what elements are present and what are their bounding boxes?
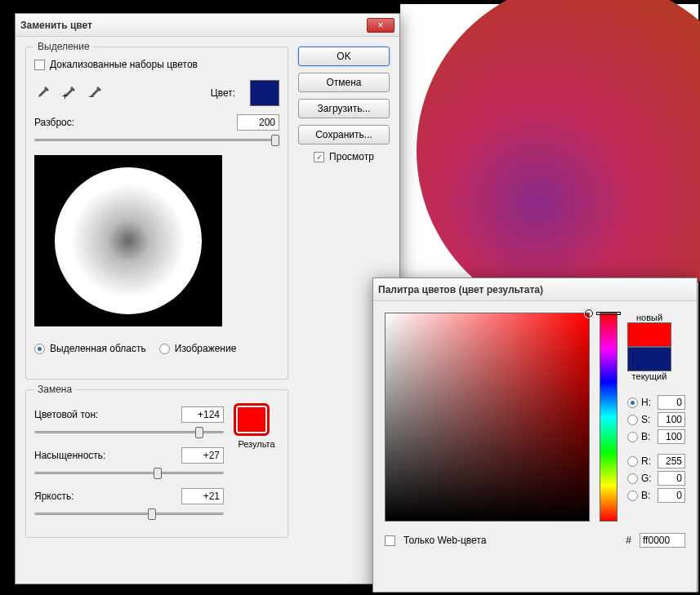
selection-group-title: Выделение (34, 41, 93, 52)
preview-checkbox[interactable] (314, 152, 324, 162)
sv-field[interactable] (385, 313, 590, 522)
localized-sets-row[interactable]: Докализованные наборы цветов (34, 59, 279, 70)
radio-selection[interactable] (34, 344, 45, 354)
color-picker-dialog: Палитра цветов (цвет результата) новый т… (372, 278, 698, 593)
h-label: H: (641, 397, 654, 408)
save-label: Сохранить... (315, 129, 372, 140)
r-input[interactable] (658, 454, 685, 468)
selection-preview (34, 155, 222, 326)
g-input[interactable] (658, 471, 685, 486)
radio-g[interactable] (627, 473, 638, 484)
radio-image-label: Изображение (175, 343, 237, 354)
lightness-label: Яркость: (34, 491, 74, 502)
hue-input[interactable] (181, 406, 224, 423)
saturation-slider[interactable] (34, 467, 224, 480)
picker-title: Палитра цветов (цвет результата) (378, 284, 692, 295)
current-color-box[interactable] (627, 347, 671, 371)
fuzziness-thumb[interactable] (271, 135, 279, 146)
localized-sets-checkbox[interactable] (34, 60, 45, 70)
preview-row[interactable]: Просмотр (298, 151, 390, 162)
source-color-swatch[interactable] (250, 80, 279, 106)
h-input[interactable] (658, 395, 685, 410)
sv-cursor[interactable] (585, 309, 593, 317)
g-label: G: (641, 473, 654, 484)
b-label: B: (641, 431, 654, 442)
hue-thumb[interactable] (195, 427, 203, 438)
replace-group-title: Замена (34, 384, 75, 395)
eyedropper-icon[interactable] (34, 85, 51, 101)
hex-input[interactable] (640, 533, 685, 548)
result-label: Результа (234, 439, 279, 449)
hex-prefix: # (626, 535, 631, 546)
new-label: новый (627, 313, 671, 322)
new-color-box[interactable] (627, 322, 671, 347)
preview-circle (55, 167, 202, 314)
b-input[interactable] (658, 429, 685, 444)
svg-text:−: − (88, 91, 94, 101)
load-button[interactable]: Загрузить... (298, 99, 390, 118)
saturation-label: Насыщенность: (34, 450, 105, 461)
eyedropper-add-icon[interactable]: + (60, 85, 77, 101)
localized-sets-label: Докализованные наборы цветов (50, 59, 198, 70)
radio-r[interactable] (627, 456, 638, 467)
hue-slider[interactable] (34, 426, 224, 439)
close-icon: × (377, 20, 383, 30)
lightness-input[interactable] (181, 488, 224, 504)
svg-text:+: + (62, 91, 68, 101)
lightness-slider[interactable] (34, 508, 224, 521)
eyedropper-subtract-icon[interactable]: − (87, 85, 103, 101)
radio-selection-label: Выделенная область (50, 343, 146, 354)
r-label: R: (641, 455, 654, 467)
s-label: S: (641, 414, 654, 425)
radio-b[interactable] (627, 432, 638, 442)
saturation-input[interactable] (181, 447, 224, 464)
replace-group: Замена Цветовой тон: (25, 389, 288, 538)
load-label: Загрузить... (318, 103, 371, 114)
ok-button[interactable]: OK (298, 47, 390, 66)
titlebar[interactable]: Заменить цвет × (16, 14, 399, 37)
saturation-thumb[interactable] (154, 468, 162, 479)
hue-label: Цветовой тон: (34, 409, 98, 420)
save-button[interactable]: Сохранить... (298, 125, 390, 144)
selection-group: Выделение Докализованные наборы цветов +… (25, 47, 288, 380)
canvas-circle (417, 0, 700, 322)
radio-image[interactable] (159, 344, 170, 354)
cancel-button[interactable]: Отмена (298, 73, 390, 92)
replace-color-dialog: Заменить цвет × Выделение Докализованные… (15, 13, 400, 584)
current-label: текущий (627, 371, 671, 381)
result-color-swatch[interactable] (234, 403, 270, 436)
ok-label: OK (337, 51, 350, 62)
lightness-thumb[interactable] (148, 508, 156, 520)
fuzziness-slider[interactable] (34, 134, 279, 147)
hue-strip[interactable] (600, 313, 618, 522)
radio-s[interactable] (627, 415, 638, 425)
preview-label: Просмотр (329, 151, 374, 162)
radio-bb[interactable] (627, 491, 638, 501)
close-button[interactable]: × (367, 18, 395, 33)
cancel-label: Отмена (326, 77, 361, 88)
web-only-label: Только Web-цвета (404, 535, 486, 546)
fuzziness-label: Разброс: (34, 117, 74, 128)
web-only-checkbox[interactable] (385, 535, 395, 546)
fuzziness-input[interactable] (237, 114, 279, 131)
radio-selection-row[interactable]: Выделенная область (34, 343, 146, 354)
dialog-title: Заменить цвет (20, 20, 367, 31)
radio-h[interactable] (627, 397, 638, 408)
bb-label: B: (641, 490, 654, 501)
bb-input[interactable] (658, 488, 685, 503)
color-label: Цвет: (211, 87, 235, 99)
radio-image-row[interactable]: Изображение (159, 343, 237, 354)
hue-cursor[interactable] (596, 312, 621, 315)
picker-titlebar[interactable]: Палитра цветов (цвет результата) (373, 278, 697, 301)
s-input[interactable] (658, 412, 685, 427)
